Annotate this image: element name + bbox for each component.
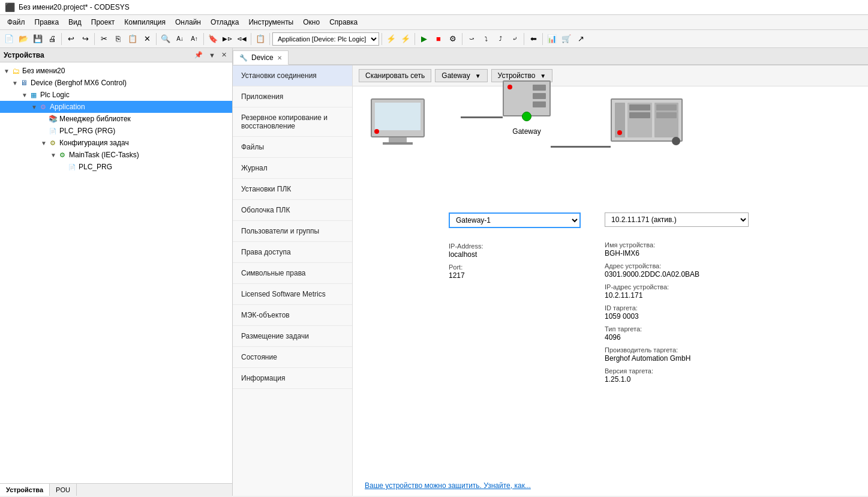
tree-item-plcprg2[interactable]: 📄 PLC_PRG [0, 161, 232, 173]
panel-pin-btn[interactable]: 📌 [193, 50, 205, 59]
menu-file[interactable]: Файл [2, 16, 30, 28]
step-in-btn[interactable]: ⤵ [479, 32, 492, 46]
findnext-btn[interactable]: A↓ [173, 32, 187, 46]
menu-debug[interactable]: Отладка [206, 16, 244, 28]
device-select[interactable]: 10.2.11.171 (актив.) [605, 212, 749, 227]
panel-dropdown-btn[interactable]: ▼ [207, 50, 217, 59]
tab-pou[interactable]: POU [50, 484, 77, 496]
step-back-btn[interactable]: ⤶ [508, 32, 521, 46]
menu-window[interactable]: Окно [298, 16, 325, 28]
delete-btn[interactable]: ✕ [140, 32, 154, 46]
bm-next-btn[interactable]: ▶⊳ [221, 32, 234, 46]
bookmark-btn[interactable]: 🔖 [206, 32, 220, 46]
undo-btn[interactable]: ↩ [64, 32, 77, 46]
expand-root[interactable]: ▼ [2, 68, 11, 74]
gateway-slot1 [533, 85, 546, 91]
menu-online[interactable]: Онлайн [170, 16, 206, 28]
tab-device[interactable]: 🔧 Device ✕ [233, 50, 289, 65]
tab-device-label: Device [251, 53, 274, 62]
nav-plc-shell[interactable]: Оболочка ПЛК [233, 200, 352, 221]
protect-device-link[interactable]: Ваше устройство можно защитить. Узнайте,… [365, 481, 531, 490]
expand-app[interactable]: ▼ [30, 104, 38, 110]
copy-btn[interactable]: ⎘ [112, 32, 125, 46]
gateway-red-dot [507, 85, 512, 89]
dev-ip-label: IP-адрес устройства: [605, 283, 809, 291]
paste-btn[interactable]: 📋 [126, 32, 139, 46]
nav-access-rights[interactable]: Права доступа [233, 242, 352, 263]
scan-network-btn[interactable]: Сканировать сеть [359, 69, 431, 82]
nav-task-placement[interactable]: Размещение задачи [233, 326, 352, 347]
expand-maintask[interactable]: ▼ [49, 152, 58, 158]
expand-plclogic[interactable]: ▼ [20, 92, 29, 98]
plc-module2 [627, 103, 651, 137]
left-panel: Устройства 📌 ▼ ✕ ▼ 🗂 Без имени20 ▼ 🖥 Dev… [0, 48, 233, 496]
menu-edit[interactable]: Правка [30, 16, 64, 28]
tree-item-plclogic[interactable]: ▼ ▦ Plc Logic [0, 89, 232, 101]
disconnect-btn[interactable]: ⚡ [399, 32, 412, 46]
step-out-btn[interactable]: ⤴ [494, 32, 507, 46]
gateway-btn[interactable]: Gateway ▼ [435, 69, 487, 82]
config-btn[interactable]: ⚙ [446, 32, 459, 46]
tree-item-taskcfg[interactable]: ▼ ⚙ Конфигурация задач [0, 137, 232, 149]
nav-plc-settings[interactable]: Установки ПЛК [233, 179, 352, 200]
nav-status[interactable]: Состояние [233, 347, 352, 368]
open-btn[interactable]: 📂 [17, 32, 30, 46]
nav-backup[interactable]: Резервное копирование и восстановление [233, 107, 352, 137]
right-panel: 🔧 Device ✕ Установки соединения Приложен… [233, 48, 868, 496]
menu-compile[interactable]: Компиляция [119, 16, 170, 28]
tab-device-close[interactable]: ✕ [277, 55, 282, 61]
tree-item-maintask[interactable]: ▼ ⚙ MainTask (IEC-Tasks) [0, 149, 232, 161]
tree-item-libmgr[interactable]: 📚 Менеджер библиотек [0, 113, 232, 125]
print-btn[interactable]: 🖨 [46, 32, 59, 46]
nav-info[interactable]: Информация [233, 368, 352, 389]
menu-project[interactable]: Проект [86, 16, 120, 28]
gateway-select[interactable]: Gateway-1 [449, 212, 581, 228]
findprev-btn[interactable]: A↑ [188, 32, 201, 46]
app-title: Без имени20.project* - CODESYS [19, 3, 130, 11]
tree-item-root[interactable]: ▼ 🗂 Без имени20 [0, 65, 232, 77]
save-btn[interactable]: 💾 [31, 32, 44, 46]
plc-icon-wrap [611, 98, 683, 142]
find-btn[interactable]: 🔍 [159, 32, 172, 46]
menu-help[interactable]: Справка [325, 16, 362, 28]
new-btn[interactable]: 📄 [2, 32, 16, 46]
back-btn[interactable]: ⬅ [527, 32, 540, 46]
plc-slot2 [629, 112, 650, 118]
nav-files[interactable]: Файлы [233, 137, 352, 158]
clipboard-btn[interactable]: 📋 [254, 32, 267, 46]
expand-device[interactable]: ▼ [11, 80, 19, 86]
panel-close-btn[interactable]: ✕ [220, 50, 229, 59]
nav-journal[interactable]: Журнал [233, 158, 352, 179]
redo-btn[interactable]: ↪ [79, 32, 92, 46]
gateway-slots [533, 85, 546, 107]
tab-devices[interactable]: Устройства [0, 484, 50, 496]
tree-item-plcprg1[interactable]: 📄 PLC_PRG (PRG) [0, 125, 232, 137]
watch-btn[interactable]: 🛒 [560, 32, 573, 46]
expand-taskcfg[interactable]: ▼ [40, 140, 48, 146]
nav-menu: Установки соединения Приложения Резервно… [233, 65, 353, 496]
left-panel-controls: 📌 ▼ ✕ [193, 50, 229, 59]
nav-applications[interactable]: Приложения [233, 86, 352, 107]
menu-view[interactable]: Вид [64, 16, 86, 28]
pc-screen [375, 103, 421, 130]
nav-licensed-metrics[interactable]: Licensed Software Metrics [233, 284, 352, 305]
pc-base [383, 142, 413, 145]
var-btn[interactable]: 📊 [545, 32, 558, 46]
cut-btn[interactable]: ✂ [97, 32, 110, 46]
main-layout: Устройства 📌 ▼ ✕ ▼ 🗂 Без имени20 ▼ 🖥 Dev… [0, 48, 868, 496]
app-combo[interactable]: Application [Device: Plc Logic] [272, 32, 379, 46]
tree-item-device[interactable]: ▼ 🖥 Device (Berghof MX6 Control) [0, 77, 232, 89]
bm-prev-btn[interactable]: ⊲◀ [235, 32, 248, 46]
step-over-btn[interactable]: ⤻ [465, 32, 478, 46]
run-btn[interactable]: ▶ [418, 32, 431, 46]
extra-btn[interactable]: ↗ [574, 32, 587, 46]
nav-symbol-rights[interactable]: Символьные права [233, 263, 352, 284]
stop-btn[interactable]: ■ [432, 32, 445, 46]
nav-connection-settings[interactable]: Установки соединения [233, 65, 352, 86]
nav-users-groups[interactable]: Пользователи и группы [233, 221, 352, 242]
nav-iec-objects[interactable]: МЭК-объектов [233, 305, 352, 326]
gateway-btn-arrow: ▼ [475, 73, 481, 79]
connect-btn[interactable]: ⚡ [385, 32, 398, 46]
tree-item-application[interactable]: ▼ ⚙ Application [0, 101, 232, 113]
menu-tools[interactable]: Инструменты [244, 16, 298, 28]
